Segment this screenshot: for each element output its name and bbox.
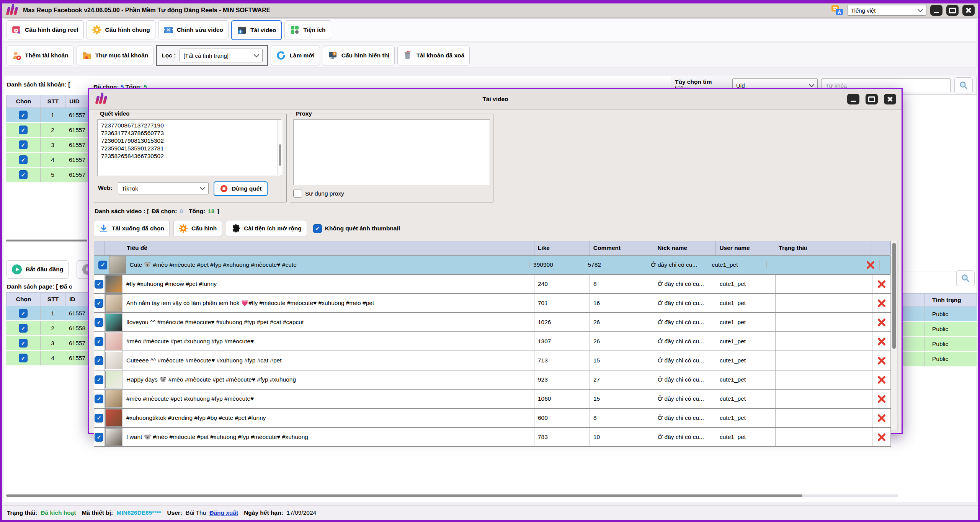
column-header[interactable]: Chọn: [7, 293, 41, 306]
delete-cell[interactable]: [872, 370, 891, 389]
main-hscrollbar-thumb[interactable]: [6, 494, 802, 497]
web-select[interactable]: TikTok: [118, 182, 209, 194]
video-row[interactable]: ✓Happy days 🐨 #mèo #mèocute #pet #mèocut…: [94, 370, 891, 390]
row-checkbox[interactable]: ✓: [95, 280, 103, 289]
video-row[interactable]: ✓I want 🐨 #mèo #mèocute #pet #xuhuong #f…: [94, 428, 891, 447]
use-proxy-checkbox[interactable]: [293, 189, 302, 198]
video-row[interactable]: ✓Cuteeee ^^ #mèocute #mèocute♥ #xuhuong …: [94, 351, 891, 370]
close-button[interactable]: [962, 5, 975, 16]
delete-x-icon[interactable]: [877, 375, 887, 385]
stop-scan-button[interactable]: Dừng quét: [214, 181, 268, 196]
delete-x-icon[interactable]: [877, 279, 887, 289]
download-selected-button[interactable]: Tải xuống đã chọn: [94, 220, 170, 237]
column-header[interactable]: Trạng thái: [775, 241, 872, 255]
column-header[interactable]: Chọn: [7, 95, 41, 108]
tab-tien-ich[interactable]: Tiện ích: [284, 20, 331, 39]
row-checkbox[interactable]: ✓: [95, 414, 103, 422]
row-checkbox[interactable]: ✓: [19, 140, 28, 149]
tab-cau-hinh-dang-reel[interactable]: Cấu hình đăng reel: [6, 20, 84, 39]
maximize-button[interactable]: [946, 5, 959, 16]
delete-x-icon[interactable]: [877, 317, 887, 327]
delete-cell[interactable]: [872, 390, 891, 408]
delete-x-icon[interactable]: [877, 356, 887, 365]
display-config-button[interactable]: Cấu hình hiển thị: [323, 46, 395, 65]
video-vscrollbar[interactable]: [891, 241, 898, 431]
video-row[interactable]: ✓Iloveyou ^^ #mèocute #mèocute♥ #xuhuong…: [94, 313, 891, 332]
row-checkbox[interactable]: ✓: [19, 126, 28, 134]
row-checkbox[interactable]: ✓: [95, 375, 103, 384]
column-header[interactable]: Tiêu đề: [123, 241, 534, 255]
tab-chinh-sua-video[interactable]: Chỉnh sửa video: [158, 20, 229, 39]
scan-ids-textarea[interactable]: 7237700867137277190 7236317743786560773 …: [97, 119, 281, 176]
video-row[interactable]: ✓#mèo #mèocute #pet #xuhuong #fyp #mèocu…: [94, 390, 891, 409]
main-hscrollbar[interactable]: [6, 494, 898, 497]
delete-cell[interactable]: [872, 428, 891, 446]
deleted-accounts-button[interactable]: Tài khoản đã xoá: [397, 46, 470, 65]
column-header[interactable]: Like: [534, 241, 590, 255]
column-header[interactable]: [105, 241, 123, 255]
row-checkbox[interactable]: ✓: [19, 155, 28, 164]
minimize-button[interactable]: [930, 5, 942, 16]
no-thumbnail-checkbox[interactable]: ✓: [313, 224, 322, 233]
row-checkbox[interactable]: ✓: [19, 170, 28, 179]
column-header[interactable]: Comment: [590, 241, 654, 255]
video-row[interactable]: ✓#fly #xuhuong #meow #pet #funny2408Ở đâ…: [94, 275, 891, 294]
delete-x-icon[interactable]: [877, 336, 887, 346]
video-vscrollbar-thumb[interactable]: [892, 243, 896, 349]
delete-x-icon[interactable]: [866, 260, 875, 270]
page-search-button[interactable]: [956, 270, 975, 286]
row-checkbox[interactable]: ✓: [98, 261, 107, 269]
start-posting-button[interactable]: Bắt đầu đăng: [6, 260, 69, 279]
video-row[interactable]: ✓#mèo #mèocute #pet #xuhuong #fyp #mèocu…: [94, 332, 891, 351]
account-hscrollbar[interactable]: [6, 240, 87, 241]
column-header[interactable]: Nick name: [654, 241, 716, 255]
row-checkbox[interactable]: ✓: [95, 395, 103, 403]
tab-cau-hinh-chung[interactable]: Cấu hình chung: [87, 20, 155, 39]
row-checkbox[interactable]: ✓: [19, 324, 28, 333]
scan-vscrollbar[interactable]: [277, 120, 283, 175]
row-checkbox[interactable]: ✓: [95, 433, 103, 442]
dialog-close-button[interactable]: [884, 94, 896, 104]
language-select[interactable]: Tiếng việt: [847, 5, 926, 16]
delete-cell[interactable]: [872, 351, 891, 370]
delete-cell[interactable]: [872, 409, 891, 427]
row-checkbox[interactable]: ✓: [95, 299, 103, 308]
video-row[interactable]: ✓#xuhuongtiktok #trending #fyp #bọ #cute…: [94, 409, 891, 428]
delete-cell[interactable]: [862, 260, 880, 270]
row-checkbox[interactable]: ✓: [95, 356, 103, 365]
delete-x-icon[interactable]: [877, 394, 887, 404]
logout-link[interactable]: Đăng xuất: [209, 509, 238, 516]
video-row[interactable]: ✓Cute 🐨 #mèo #mèocute #pet #fyp #xuhuong…: [94, 255, 891, 275]
filter-select[interactable]: [Tất cả tình trạng]: [180, 49, 263, 62]
add-account-button[interactable]: Thêm tài khoản: [6, 46, 74, 65]
refresh-button[interactable]: Làm mới: [271, 46, 320, 65]
column-header[interactable]: [872, 241, 890, 255]
delete-x-icon[interactable]: [877, 432, 887, 442]
column-header[interactable]: STT: [41, 95, 65, 108]
column-header[interactable]: STT: [41, 293, 65, 306]
dialog-maximize-button[interactable]: [866, 94, 878, 104]
video-row[interactable]: ✓Anh nắm tay iem vậy có làm phiền iem ho…: [94, 294, 891, 313]
delete-x-icon[interactable]: [877, 413, 887, 423]
row-checkbox[interactable]: ✓: [19, 354, 28, 362]
row-checkbox[interactable]: ✓: [19, 309, 28, 318]
column-header[interactable]: [94, 241, 105, 255]
delete-cell[interactable]: [872, 275, 891, 293]
dialog-minimize-button[interactable]: [847, 94, 859, 104]
config-button[interactable]: Cấu hình: [173, 220, 222, 237]
column-header[interactable]: Tình trạng: [924, 294, 977, 307]
tab-tai-video[interactable]: Tải video: [231, 20, 282, 40]
row-checkbox[interactable]: ✓: [19, 339, 28, 347]
delete-x-icon[interactable]: [877, 298, 887, 308]
search-button[interactable]: [954, 77, 973, 93]
delete-cell[interactable]: [872, 294, 891, 312]
install-extension-button[interactable]: Cài tiện ích mở rộng: [226, 220, 307, 237]
column-header[interactable]: User name: [716, 241, 775, 255]
account-folder-button[interactable]: Thư mục tài khoản: [77, 46, 154, 65]
delete-cell[interactable]: [872, 313, 891, 331]
proxy-textarea[interactable]: [293, 119, 490, 185]
row-checkbox[interactable]: ✓: [19, 111, 28, 119]
delete-cell[interactable]: [872, 332, 891, 351]
row-checkbox[interactable]: ✓: [95, 318, 103, 327]
row-checkbox[interactable]: ✓: [95, 337, 103, 346]
